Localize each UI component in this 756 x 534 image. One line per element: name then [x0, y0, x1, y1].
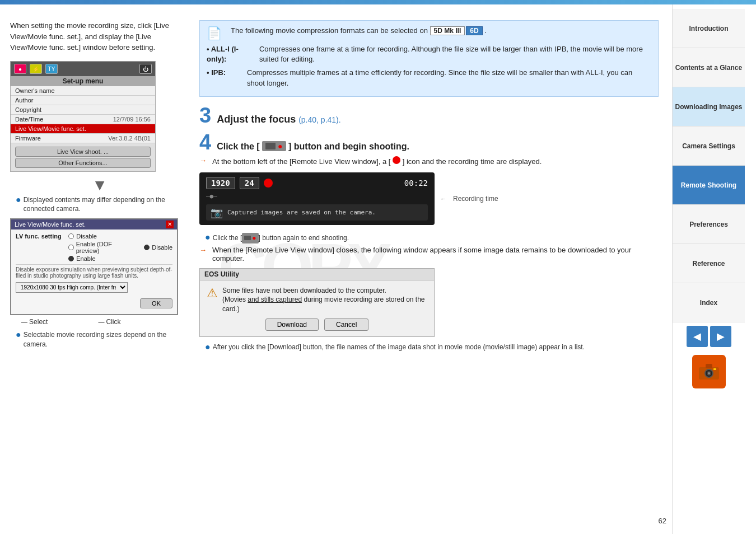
rec-time: 00:22 [404, 179, 428, 188]
camera-icon [692, 355, 726, 388]
badge-6d: 6D [466, 26, 482, 35]
arrow-down: ▼ [10, 177, 189, 193]
nav-next-btn[interactable]: ▶ [710, 326, 731, 347]
menu-icon-flash: ⚡ [30, 64, 42, 74]
eos-download-btn[interactable]: Download [265, 318, 319, 331]
eos-msg-line2: (Movies and stills captured during movie… [222, 295, 427, 314]
doc-icon: 📄 [207, 26, 222, 41]
lv-select[interactable]: 1920x1080 30 fps High comp. (Inter frame… [16, 282, 128, 293]
lv-func-row: LV func. setting Disable Enable (DOF pre… [16, 233, 172, 262]
badge-5dmkiii: 5D Mk III [430, 26, 465, 35]
select-annotation: — Select [21, 317, 48, 326]
lv-dialog-body: LV func. setting Disable Enable (DOF pre… [11, 229, 177, 314]
right-column: 📄 The following movie compression format… [199, 20, 659, 354]
menu-icon-camera: ● [14, 64, 26, 74]
eos-dialog: EOS Utility ⚠ Some files have not been d… [199, 268, 435, 337]
lv-ok-btn[interactable]: OK [140, 298, 172, 308]
bullet-selectable: ● Selectable movie recording sizes depen… [16, 330, 189, 349]
step3-number: 3 [199, 105, 211, 126]
camera-svg [698, 363, 720, 381]
sidebar-item-reference[interactable]: Reference [673, 244, 745, 283]
step4-title: Click the [ ● ] button and begin shootin… [217, 141, 409, 152]
sidebar-item-camera-settings[interactable]: Camera Settings [673, 127, 745, 166]
recording-time-label: Recording time [453, 195, 498, 203]
svg-point-4 [708, 372, 710, 374]
comp-item-ipb: • IPB: Compresses multiple frames at a t… [207, 68, 651, 88]
sidebar-item-index[interactable]: Index [673, 283, 745, 322]
lv-dialog-close-btn[interactable]: ✕ [166, 221, 174, 228]
sidebar-item-preferences[interactable]: Preferences [673, 205, 745, 244]
eos-msg-line1: Some files have not been downloaded to t… [222, 286, 427, 296]
menu-icon-settings: TY [45, 64, 58, 74]
warning-icon: ⚠ [207, 286, 218, 301]
camera-small-icon: 📷 [211, 207, 223, 218]
eos-dialog-body: ⚠ Some files have not been downloaded to… [200, 280, 434, 336]
camera-menu: ● ⚡ TY ⏻ Set-up menu Owner's name Author [10, 61, 156, 172]
step3-title: Adjust the focus (p.40, p.41). [217, 114, 341, 125]
step3-ref: (p.40, p.41). [298, 115, 341, 124]
bullet-click-again: ● Click the [●] button again to end shoo… [205, 233, 659, 243]
step3-header: 3 Adjust the focus (p.40, p.41). [199, 105, 659, 126]
step4-btn-icon: ● [262, 141, 286, 151]
camera-menu-title: Set-up menu [11, 76, 155, 86]
step4-text1: At the bottom left of the [Remote Live V… [212, 156, 542, 166]
comp-list: • ALL-I (I-only): Compresses one frame a… [207, 44, 651, 88]
click-annotation: — Click [98, 317, 120, 326]
intro-text: When setting the movie recording size, c… [10, 20, 189, 53]
rec-view-bottom: 📷 Captured images are saved on the camer… [206, 204, 428, 221]
bullet-after-download: ● After you click the [Download] button,… [205, 343, 659, 352]
step4-number: 4 [199, 132, 211, 153]
sidebar-nav-arrows: ◀ ▶ [673, 322, 745, 350]
svg-rect-1 [706, 364, 712, 368]
lv-dialog-title: Live View/Movie func. set. ✕ [11, 219, 177, 229]
lv-select-row: 1920x1080 30 fps High comp. (Inter frame… [16, 282, 172, 293]
radio-enable: Enable [68, 255, 133, 262]
arrow1: → [199, 156, 207, 165]
eos-cancel-btn[interactable]: Cancel [324, 318, 368, 331]
step4-header: 4 Click the [ ● ] button and begin shoot… [199, 132, 659, 153]
rec-circle [264, 179, 273, 188]
eos-dialog-title: EOS Utility [200, 269, 434, 280]
sidebar: Introduction Contents at a Glance Downlo… [672, 4, 745, 534]
camera-menu-row-firmware: Firmware Ver.3.8.2 4B(01 [11, 134, 155, 143]
radio-enable-dof: Enable (DOF preview) [68, 241, 133, 254]
recording-line: —●— [206, 193, 428, 200]
sidebar-item-contents-at-a-glance[interactable]: Contents at a Glance [673, 48, 745, 87]
format-badges: 5D Mk III 6D [430, 26, 483, 35]
compression-box: 📄 The following movie compression format… [199, 20, 659, 97]
arrow3: → [199, 246, 207, 254]
comp-item-all-i: • ALL-I (I-only): Compresses one frame a… [207, 44, 651, 64]
res-badge-1920: 1920 [206, 177, 235, 189]
camera-menu-buttons: Live View shoot. ... Other Functions... [11, 143, 155, 171]
page-number: 62 [659, 517, 666, 525]
left-column: When setting the movie recording size, c… [10, 20, 189, 354]
radio-disable2: Disable [144, 244, 172, 251]
sidebar-item-introduction[interactable]: Introduction [673, 9, 745, 48]
eos-buttons: Download Cancel [207, 318, 427, 331]
sidebar-item-downloading-images[interactable]: Downloading Images [673, 87, 745, 127]
camera-menu-row-author: Author [11, 96, 155, 105]
camera-menu-row-liveview: Live View/Movie func. set. [11, 124, 155, 134]
other-functions-btn[interactable]: Other Functions... [15, 158, 151, 168]
camera-menu-row-owner: Owner's name [11, 86, 155, 96]
sidebar-icon-area [673, 350, 745, 393]
nav-prev-btn[interactable]: ◀ [687, 326, 708, 347]
res-badge-24: 24 [240, 177, 259, 189]
bullet-connected: ● Displayed contents may differ dependin… [16, 195, 189, 214]
lv-dialog: Live View/Movie func. set. ✕ LV func. se… [10, 218, 178, 315]
menu-icon-power: ⏻ [139, 64, 152, 74]
camera-menu-row-datetime: Date/Time 12/7/09 16:56 [11, 115, 155, 124]
live-view-shoot-btn[interactable]: Live View shoot. ... [15, 147, 151, 157]
step4-text3: When the [Remote Live View window] close… [212, 246, 659, 263]
sidebar-item-remote-shooting[interactable]: Remote Shooting [673, 166, 745, 205]
camera-menu-row-copyright: Copyright [11, 105, 155, 115]
lv-desc: Disable exposure simulation when preview… [16, 264, 172, 279]
camera-menu-header: ● ⚡ TY ⏻ [11, 62, 155, 76]
main-content: When setting the movie recording size, c… [0, 4, 672, 534]
saved-text: Captured images are saved on the camera. [227, 209, 376, 216]
svg-rect-5 [713, 368, 716, 370]
recording-view: 1920 24 00:22 —●— 📷 Captured images are … [199, 172, 435, 225]
radio-disable: Disable [68, 233, 133, 240]
